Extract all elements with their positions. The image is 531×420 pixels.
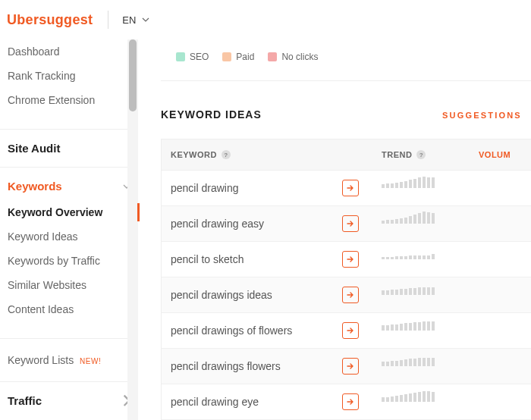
table-row[interactable]: pencil drawings flowers bbox=[162, 349, 531, 384]
trend-sparkline bbox=[372, 321, 470, 340]
arrow-right-icon bbox=[346, 326, 355, 335]
table-row[interactable]: pencil drawing easy bbox=[162, 206, 531, 242]
keyword-text: pencil drawings ideas bbox=[171, 289, 272, 301]
spark-bar bbox=[386, 362, 389, 366]
spark-bar bbox=[432, 177, 435, 188]
col-keyword[interactable]: KEYWORD ? bbox=[162, 139, 372, 170]
nav-dashboard[interactable]: Dashboard bbox=[0, 39, 138, 64]
help-icon[interactable]: ? bbox=[222, 150, 231, 159]
nav-keyword-overview[interactable]: Keyword Overview bbox=[0, 200, 138, 224]
spark-bar bbox=[386, 257, 389, 259]
spark-bar bbox=[382, 397, 385, 402]
trend-sparkline bbox=[372, 357, 470, 375]
nav-content-ideas[interactable]: Content Ideas bbox=[0, 297, 138, 321]
nav-section-traffic[interactable]: Traffic bbox=[0, 387, 138, 415]
spark-bar bbox=[391, 220, 394, 224]
nav-chrome-extension[interactable]: Chrome Extension bbox=[0, 88, 138, 112]
keyword-table: KEYWORD ? TREND ? VOLUM pencil drawingpe… bbox=[161, 139, 531, 420]
spark-bar bbox=[391, 257, 394, 259]
keyword-text: pencil drawing easy bbox=[171, 218, 264, 230]
table-row[interactable]: pencil drawings ideas bbox=[162, 277, 531, 313]
spark-bar bbox=[391, 361, 394, 366]
legend-seo-label: SEO bbox=[190, 52, 209, 62]
spark-bar bbox=[418, 213, 421, 224]
scrollbar-thumb[interactable] bbox=[129, 39, 137, 111]
language-label: EN bbox=[122, 14, 136, 26]
spark-bar bbox=[382, 257, 385, 259]
open-keyword-button[interactable] bbox=[342, 251, 359, 268]
spark-bar bbox=[386, 397, 389, 402]
spark-bar bbox=[404, 256, 407, 259]
spark-bar bbox=[427, 391, 430, 402]
spark-bar bbox=[400, 324, 403, 331]
cell-volume bbox=[470, 250, 531, 268]
arrow-right-icon bbox=[346, 397, 355, 406]
open-keyword-button[interactable] bbox=[342, 215, 359, 232]
traffic-section-label: Traffic bbox=[8, 394, 42, 407]
scrollbar-track[interactable] bbox=[127, 39, 138, 420]
spark-bar bbox=[404, 218, 407, 224]
divider bbox=[0, 167, 138, 168]
spark-bar bbox=[382, 362, 385, 366]
open-keyword-button[interactable] bbox=[342, 180, 359, 196]
nav-section-keywords[interactable]: Keywords bbox=[0, 172, 138, 200]
open-keyword-button[interactable] bbox=[342, 358, 359, 375]
spark-bar bbox=[423, 358, 426, 366]
cell-volume bbox=[470, 179, 531, 197]
spark-bar bbox=[395, 219, 398, 224]
spark-bar bbox=[404, 394, 407, 402]
spark-bar bbox=[395, 396, 398, 402]
spark-bar bbox=[382, 184, 385, 188]
keyword-text: pencil drawings of flowers bbox=[171, 324, 292, 337]
col-volume[interactable]: VOLUM bbox=[470, 139, 531, 170]
spark-bar bbox=[418, 177, 421, 188]
help-icon[interactable]: ? bbox=[416, 150, 426, 159]
col-trend-label: TREND bbox=[382, 150, 412, 159]
keywords-section-label: Keywords bbox=[8, 180, 62, 193]
nav-keywords-by-traffic[interactable]: Keywords by Traffic bbox=[0, 249, 138, 273]
keyword-text: pencil drawing bbox=[171, 182, 239, 194]
spark-bar bbox=[395, 256, 398, 259]
spark-bar bbox=[395, 324, 398, 331]
open-keyword-button[interactable] bbox=[342, 393, 359, 410]
nav-keyword-ideas[interactable]: Keyword Ideas bbox=[0, 224, 138, 249]
arrow-right-icon bbox=[346, 219, 355, 228]
divider bbox=[0, 129, 138, 130]
nav-rank-tracking[interactable]: Rank Tracking bbox=[0, 64, 138, 88]
spark-bar bbox=[409, 323, 412, 331]
tab-suggestions[interactable]: SUGGESTIONS bbox=[442, 111, 522, 120]
spark-bar bbox=[395, 361, 398, 366]
spark-bar bbox=[382, 221, 385, 224]
table-row[interactable]: pencil drawings of flowers bbox=[162, 313, 531, 349]
spark-bar bbox=[382, 325, 385, 331]
trend-sparkline bbox=[372, 393, 470, 411]
swatch-paid bbox=[222, 52, 231, 61]
keyword-text: pencil drawings flowers bbox=[171, 360, 281, 372]
open-keyword-button[interactable] bbox=[342, 287, 359, 303]
app-logo[interactable]: Ubersuggest bbox=[7, 12, 93, 28]
col-trend[interactable]: TREND ? bbox=[372, 139, 470, 170]
nav-similar-websites[interactable]: Similar Websites bbox=[0, 273, 138, 297]
language-selector[interactable]: EN bbox=[122, 14, 149, 26]
spark-bar bbox=[432, 321, 435, 331]
spark-bar bbox=[391, 290, 394, 295]
arrow-right-icon bbox=[346, 183, 355, 193]
nav-section-site-audit[interactable]: Site Audit bbox=[0, 134, 138, 162]
spark-bar bbox=[382, 290, 385, 295]
keyword-ideas-title: KEYWORD IDEAS bbox=[161, 108, 262, 121]
divider bbox=[0, 338, 138, 339]
cell-volume bbox=[470, 321, 531, 340]
arrow-right-icon bbox=[346, 255, 355, 264]
spark-bar bbox=[427, 321, 430, 331]
table-row[interactable]: pencil drawing bbox=[162, 171, 531, 206]
spark-bar bbox=[400, 360, 403, 366]
open-keyword-button[interactable] bbox=[342, 322, 359, 339]
nav-keyword-lists[interactable]: Keyword Lists NEW! bbox=[0, 343, 138, 377]
trend-sparkline bbox=[372, 215, 470, 233]
legend-paid: Paid bbox=[222, 52, 254, 62]
ideas-tabs: SUGGESTIONS R bbox=[442, 111, 531, 120]
table-row[interactable]: pencil drawing eye bbox=[162, 384, 531, 420]
spark-bar bbox=[409, 255, 412, 259]
spark-bar bbox=[427, 358, 430, 366]
table-row[interactable]: pencil to sketch bbox=[162, 242, 531, 277]
